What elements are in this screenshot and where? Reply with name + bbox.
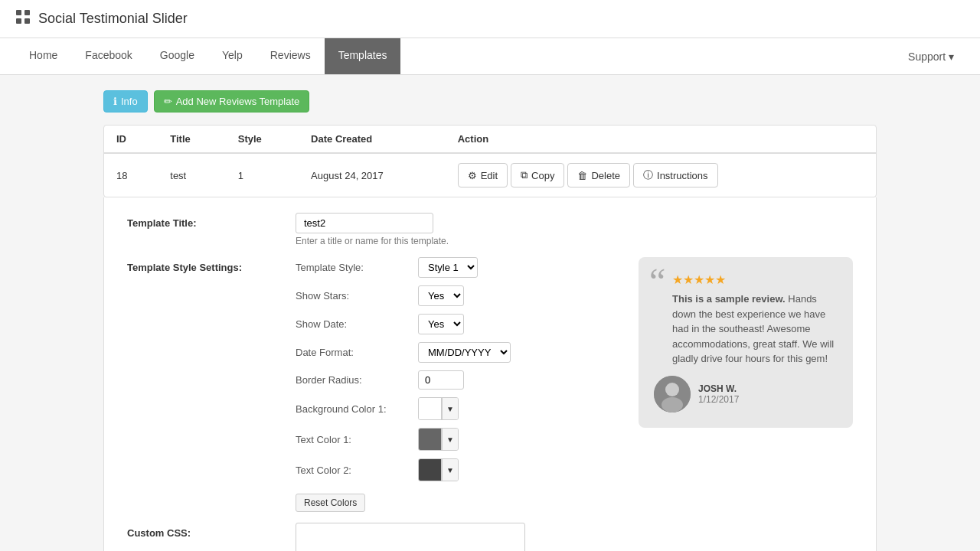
row-actions: ⚙ Edit ⧉ Copy 🗑 Delete [446, 153, 876, 197]
gear-icon: ⚙ [468, 170, 477, 181]
template-title-hint: Enter a title or name for this template. [296, 236, 853, 246]
form-section: Template Title: Enter a title or name fo… [103, 197, 877, 551]
settings-grid: Template Style: Style 1 Show Stars: [296, 257, 853, 512]
nav-item-reviews[interactable]: Reviews [256, 38, 325, 74]
support-button[interactable]: Support ▾ [897, 44, 965, 69]
text-color1-arrow[interactable]: ▼ [442, 429, 458, 450]
instructions-button[interactable]: ⓘ Instructions [633, 163, 717, 187]
copy-icon: ⧉ [521, 169, 528, 181]
text-color1-row: Text Color 1: ▼ [296, 428, 623, 451]
nav-item-facebook[interactable]: Facebook [71, 38, 145, 74]
text-color2-input-wrap: ▼ [418, 458, 459, 481]
nav-item-yelp[interactable]: Yelp [208, 38, 256, 74]
style-settings-label: Template Style Settings: [127, 257, 296, 273]
copy-button[interactable]: ⧉ Copy [511, 163, 564, 187]
grid-icon [15, 9, 31, 28]
text-color2-swatch[interactable] [419, 459, 442, 481]
top-bar: Social Testimonial Slider [0, 0, 980, 38]
author-name: JOSH W. [698, 383, 739, 394]
show-stars-select[interactable]: Yes [418, 285, 464, 306]
action-buttons: ⚙ Edit ⧉ Copy 🗑 Delete [458, 163, 864, 187]
col-style: Style [226, 126, 299, 153]
templates-table: ID Title Style Date Created Action 18 te… [103, 125, 877, 197]
svg-point-5 [665, 383, 679, 396]
trash-icon: 🗑 [577, 170, 587, 181]
review-preview-card: ★★★★★ This is a sample review. Hands dow… [639, 257, 853, 428]
border-radius-control [418, 370, 464, 390]
text-color1-swatch[interactable] [419, 429, 442, 450]
settings-left: Template Style: Style 1 Show Stars: [296, 257, 623, 512]
circle-icon: ⓘ [643, 168, 653, 182]
border-radius-row: Border Radius: [296, 370, 623, 390]
template-title-input[interactable] [296, 213, 433, 233]
text-color1-input-wrap: ▼ [418, 428, 459, 451]
review-text: This is a sample review. Hands down the … [672, 292, 838, 367]
bg-color-arrow[interactable]: ▼ [442, 398, 458, 419]
bg-color-swatch[interactable] [419, 398, 442, 419]
style-settings-content: Template Style: Style 1 Show Stars: [296, 257, 853, 512]
show-stars-label: Show Stars: [296, 290, 418, 302]
reset-colors-wrap: Reset Colors [296, 489, 623, 512]
nav-items: Home Facebook Google Yelp Reviews Templa… [15, 38, 400, 74]
review-stars: ★★★★★ [672, 272, 838, 287]
delete-button[interactable]: 🗑 Delete [567, 163, 630, 187]
col-id: ID [104, 126, 158, 153]
row-id: 18 [104, 153, 158, 197]
show-date-control: Yes [418, 314, 464, 334]
row-style: 1 [226, 153, 299, 197]
svg-rect-0 [16, 10, 21, 15]
add-template-button[interactable]: ✏ Add New Reviews Template [154, 90, 310, 112]
row-title: test [158, 153, 225, 197]
text-color2-row: Text Color 2: ▼ [296, 458, 623, 481]
author-date: 1/12/2017 [698, 394, 739, 405]
preview-panel: ★★★★★ This is a sample review. Hands dow… [639, 257, 853, 512]
border-radius-input[interactable] [418, 370, 464, 390]
nav-item-home[interactable]: Home [15, 38, 71, 74]
text-color2-label: Text Color 2: [296, 465, 418, 476]
action-row: ℹ Info ✏ Add New Reviews Template [103, 90, 877, 112]
custom-css-content: Enter custom CSS code to change the look… [296, 523, 853, 551]
template-title-row: Template Title: Enter a title or name fo… [127, 213, 853, 246]
table-row: 18 test 1 August 24, 2017 ⚙ Edit ⧉ Co [104, 153, 876, 197]
pencil-icon: ✏ [164, 96, 172, 107]
text-color2-control: ▼ [418, 458, 459, 481]
edit-button[interactable]: ⚙ Edit [458, 163, 508, 187]
main-nav: Home Facebook Google Yelp Reviews Templa… [0, 38, 980, 75]
date-format-select[interactable]: MM/DD/YYYY [418, 342, 511, 363]
show-stars-row: Show Stars: Yes [296, 285, 623, 306]
reset-colors-button[interactable]: Reset Colors [296, 494, 365, 512]
bg-color-label: Background Color 1: [296, 403, 418, 415]
avatar-image [654, 376, 691, 412]
row-date: August 24, 2017 [299, 153, 446, 197]
review-text-intro: This is a sample review. [672, 293, 786, 305]
text-color2-arrow[interactable]: ▼ [442, 459, 458, 481]
review-body: ★★★★★ This is a sample review. Hands dow… [654, 272, 838, 367]
template-style-select[interactable]: Style 1 [418, 257, 478, 278]
main-content: ℹ Info ✏ Add New Reviews Template ID Tit… [88, 75, 892, 551]
template-style-label: Template Style: [296, 262, 418, 273]
nav-item-templates[interactable]: Templates [325, 38, 401, 74]
custom-css-textarea[interactable] [296, 523, 525, 551]
bg-color-input-wrap: ▼ [418, 397, 459, 420]
template-title-content: Enter a title or name for this template. [296, 213, 853, 246]
author-avatar [654, 376, 691, 412]
svg-rect-2 [16, 18, 21, 24]
col-date-created: Date Created [299, 126, 446, 153]
text-color1-label: Text Color 1: [296, 434, 418, 445]
svg-rect-1 [24, 10, 30, 15]
style-settings-row: Template Style Settings: Template Style:… [127, 257, 853, 512]
custom-css-row: Custom CSS: Enter custom CSS code to cha… [127, 523, 853, 551]
date-format-label: Date Format: [296, 347, 418, 358]
nav-item-google[interactable]: Google [146, 38, 208, 74]
svg-point-6 [662, 397, 683, 412]
info-button[interactable]: ℹ Info [103, 90, 148, 112]
author-info: JOSH W. 1/12/2017 [698, 383, 739, 405]
show-date-row: Show Date: Yes [296, 314, 623, 334]
template-style-control: Style 1 [418, 257, 478, 278]
bg-color-control: ▼ [418, 397, 459, 420]
border-radius-label: Border Radius: [296, 374, 418, 386]
show-date-label: Show Date: [296, 318, 418, 330]
custom-css-label: Custom CSS: [127, 523, 296, 539]
app-title: Social Testimonial Slider [38, 11, 188, 27]
show-date-select[interactable]: Yes [418, 314, 464, 334]
